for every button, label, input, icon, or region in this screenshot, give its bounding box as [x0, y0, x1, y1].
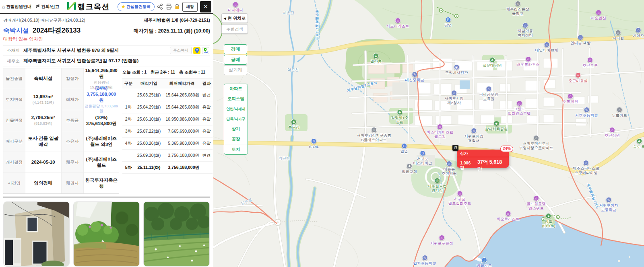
auction-result: 유찰	[200, 113, 213, 125]
property-photo-house[interactable]	[3, 201, 70, 267]
property-detail-panel: ⌂ 관할법원안내 건의/신고 행크옥션 ★ 관심	[0, 0, 213, 267]
tooltip-area: 1,006평	[460, 160, 474, 171]
map-panel[interactable]: ⌂더시에나세초천악근천악근천도순천제주올레길7-1코스제주올레길7-1코스제주올…	[213, 0, 644, 267]
detail-value: 임의경매	[25, 173, 62, 193]
detail-value-main: (24%) 3,756,188,000원	[85, 85, 119, 103]
view-counts: 오늘 조회 : 1 최근 2주 : 11 총 조회수 : 11	[122, 68, 210, 78]
share-icon[interactable]	[157, 4, 163, 10]
sale-date: 매각기일 : 2025.11.11 (화) (10:00)	[134, 28, 210, 35]
detail-label: 토지면적	[3, 89, 25, 110]
auction-history-table: 구분매각기일최저매각가격결과 25.03.25(화)15,644,265,080…	[122, 78, 213, 174]
logo[interactable]: 행크옥션	[67, 2, 110, 12]
property-detail-grid: 물건종별숙박시설감정가15,644,265,080원전용평당 15,550,56…	[3, 68, 119, 194]
detail-value-main: (10%) 375,618,800원	[85, 115, 119, 127]
tooltip-price: 37억 5,618만	[477, 159, 506, 173]
auction-price: 15,644,265,080원	[163, 89, 200, 101]
detail-label: 채무자	[62, 152, 84, 173]
detail-label: 건물면적	[3, 110, 25, 131]
auction-date: 25.04.29(화)	[134, 101, 163, 113]
address-copy-button[interactable]: 주소복사	[170, 47, 192, 54]
printer-icon[interactable]	[165, 4, 172, 10]
auction-round: 1차	[122, 101, 134, 113]
address-row: 소재지 제주특별자치도 서귀포시 법환동 878 외 9필지 주소복사	[3, 45, 210, 56]
address-label: 소재지	[3, 48, 23, 53]
map-mode-button[interactable]: 실거래	[224, 65, 247, 75]
auction-marker-tooltip[interactable]: 경 24% 상가 1,006평 37억 5,618만	[457, 150, 509, 168]
auction-result: 변경	[200, 89, 213, 101]
home-icon: ⌂	[2, 4, 5, 9]
detail-value: 13,697m²(4,143.32평)	[25, 89, 62, 110]
lock-icon[interactable]	[174, 4, 180, 10]
tenant-warning: 대항력 있는 임차인	[0, 35, 213, 45]
auction-date: 25.11.11(화)	[134, 162, 163, 174]
kakao-map-icon[interactable]	[193, 47, 200, 54]
detail-value-main: (주)세리메이즈월드 외3인	[85, 136, 119, 148]
case-number: 2024타경26133	[33, 27, 80, 34]
court-info: 제주지방법원 1계 (064-729-2151)	[144, 17, 210, 23]
map-mode-button[interactable]: 경매	[224, 44, 247, 54]
new-window-button[interactable]: 새창	[182, 2, 198, 12]
auction-round: 3차	[122, 125, 134, 138]
address-label: 새주소	[3, 58, 23, 64]
nav-court-guide[interactable]: ⌂ 관할법원안내	[2, 4, 31, 10]
map-canvas[interactable]	[213, 0, 644, 267]
detail-value-sub: (4,143.32평)	[33, 100, 54, 105]
auction-date: 25.07.22(화)	[134, 125, 163, 138]
property-type-button[interactable]: 연립/다세대	[224, 104, 248, 114]
auction-result: 유찰	[200, 125, 213, 138]
property-type-button[interactable]: 공장	[224, 134, 248, 144]
auction-round	[122, 150, 134, 162]
address-row: 새주소 제주특별자치도 서귀포시 법환상로2번길 97-17 (법환동)	[3, 56, 210, 66]
detail-label: 최저가	[62, 89, 84, 110]
property-type-button[interactable]: 상가	[224, 124, 248, 134]
nav-report[interactable]: 건의/신고	[35, 4, 59, 10]
naver-map-icon[interactable]	[202, 47, 209, 54]
detail-row: 건물면적2,706.25m²(818.63평)보증금(10%) 375,618,…	[3, 110, 119, 131]
favorite-register-button[interactable]: ★ 관심물건등록	[118, 2, 155, 11]
close-icon: ✕	[204, 4, 208, 10]
auction-date: 25.09.30(화)	[134, 150, 163, 162]
detail-label: 물건종별	[3, 68, 25, 89]
nav-report-label: 건의/신고	[41, 4, 59, 10]
detail-row: 사건명임의경매채권자한국투자저축은행	[3, 173, 119, 193]
auction-row: 2차25.06.10(화)10,950,986,000원유찰	[122, 113, 213, 125]
property-type-button[interactable]: 토지	[224, 144, 248, 154]
auction-price: 10,950,986,000원	[163, 113, 200, 125]
property-type-button[interactable]: 아파트	[224, 84, 248, 94]
map-mode-button[interactable]: 공매	[224, 55, 247, 65]
auction-round: 2차	[122, 113, 134, 125]
detail-label: 감정가	[62, 68, 84, 89]
property-photo-field[interactable]	[143, 201, 210, 267]
close-button[interactable]: ✕	[200, 1, 211, 12]
property-category: 숙박시설	[3, 27, 29, 34]
star-icon: ★	[122, 4, 125, 9]
auction-row: 1차25.04.29(화)15,644,265,080원유찰	[122, 101, 213, 113]
auction-price: 5,365,983,000원	[163, 138, 200, 150]
auction-price: 3,756,188,000원	[163, 162, 200, 174]
property-type-button[interactable]: 오피스텔	[224, 94, 248, 104]
views-total: 총 조회수 : 11	[179, 70, 205, 75]
auction-row: 25.09.30(화)3,756,188,000원변경	[122, 150, 213, 162]
detail-value: (주)세리메이즈월드	[84, 152, 120, 173]
detail-value: 숙박시설	[25, 68, 62, 89]
detail-value: 토지·건물 일괄매각	[25, 131, 62, 152]
megaphone-icon	[35, 4, 40, 9]
detail-value-main: 토지·건물 일괄매각	[26, 136, 60, 148]
auction-price: 15,644,265,080원	[163, 101, 200, 113]
map-mode-buttons: 경매공매실거래	[224, 44, 247, 75]
detail-value-main: 13,697m²	[33, 94, 53, 100]
auction-column-header: 결과	[200, 78, 213, 89]
property-photo-garden[interactable]	[73, 201, 140, 267]
auction-column-header: 매각기일	[134, 78, 163, 89]
app: ⌂ 관할법원안내 건의/신고 행크옥션 ★ 관심	[0, 0, 644, 267]
detail-value: 2024-05-10	[25, 152, 62, 173]
auction-column-header: 최저매각가격	[163, 78, 200, 89]
nearby-search-button[interactable]: 주변검색	[221, 24, 248, 34]
property-type-button[interactable]: 단독/다가구	[224, 114, 248, 124]
auction-round: 5차	[122, 162, 134, 174]
auction-marker-badge[interactable]: 경	[452, 145, 458, 151]
detail-value-main: 2024-05-10	[31, 159, 55, 165]
favorite-register-label: 관심물건등록	[126, 4, 151, 10]
current-location-button[interactable]: ➤현 위치로	[221, 13, 248, 23]
detail-value: (10%) 375,618,800원	[84, 110, 120, 131]
